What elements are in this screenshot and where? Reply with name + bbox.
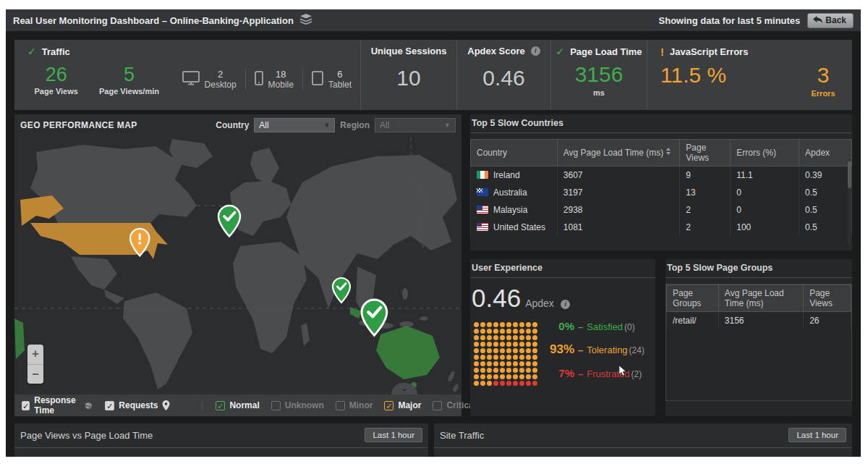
apdex-dot <box>526 381 531 386</box>
apdex-dot <box>480 361 485 366</box>
zoom-in-button[interactable]: + <box>27 345 43 364</box>
apdex-dot <box>474 361 479 366</box>
ux-apdex-info-icon[interactable]: i <box>561 300 570 309</box>
cell-load-time: 1081 <box>557 219 680 236</box>
scrollbar-thumb[interactable] <box>848 161 851 188</box>
apdex-dot-matrix <box>473 321 541 387</box>
checkbox-icon: ✓ <box>384 401 393 410</box>
segment-count: (2) <box>631 369 642 379</box>
apdex-dot <box>513 322 518 327</box>
severity-checkbox-major[interactable]: ✓Major <box>384 400 421 410</box>
severity-filter-group: ✓NormalUnknownMinor✓MajorCritical <box>202 400 476 410</box>
cell-apdex: 0.5 <box>799 184 852 201</box>
apdex-dot <box>506 348 511 353</box>
table-row[interactable]: Australia31971300.5 <box>471 184 852 201</box>
apdex-dot <box>474 329 479 334</box>
col-page-groups: Page Groups <box>667 285 719 312</box>
stats-strip: ✓Traffic 26 Page Views 5 Page Views/min … <box>14 40 852 110</box>
country-filter-label: Country <box>216 120 249 130</box>
map-pin-malaysia[interactable] <box>333 278 350 303</box>
apdex-dot <box>519 329 524 334</box>
col-avg-load-time[interactable]: Avg Page Load Time (ms) <box>557 140 680 166</box>
table-row[interactable]: Ireland3607911.10.39 <box>471 166 852 185</box>
globe-icon <box>85 400 93 411</box>
back-button[interactable]: Back <box>807 13 854 28</box>
apdex-dot <box>474 322 479 327</box>
response-time-checkbox[interactable]: ✓ Response Time <box>22 395 92 416</box>
apdex-dot <box>487 368 492 373</box>
layers-icon[interactable] <box>299 14 312 28</box>
apdex-dot <box>493 329 498 334</box>
world-map-svg <box>14 136 461 395</box>
table-row[interactable]: /retail/315626 <box>667 312 851 330</box>
map-pin-ireland[interactable] <box>218 206 240 237</box>
header-bar: Real User Monitoring Dashboard – Online-… <box>6 9 861 31</box>
col-avg-load-time: Avg Page Load Time (ms) <box>718 285 803 312</box>
apdex-info-icon[interactable]: i <box>531 46 540 56</box>
map-legend-bar: ✓ Response Time ✓ Requests ✓NormalUnknow… <box>14 395 461 416</box>
severity-checkbox-unknown[interactable]: Unknown <box>271 400 324 410</box>
cell-page-group: /retail/ <box>667 312 719 330</box>
cell-errors: 11.1 <box>731 166 799 185</box>
apdex-dot <box>487 329 492 334</box>
apdex-dot <box>474 374 479 379</box>
map-zoom-control: + − <box>27 345 43 384</box>
stat-page-load-time: ✓Page Load Time 3156 ms <box>550 40 647 110</box>
apdex-dot <box>532 368 537 373</box>
slow-page-groups-title: Top 5 Slow Page Groups <box>665 259 852 277</box>
segment-dash: – <box>578 345 583 355</box>
apdex-dot <box>474 335 479 340</box>
apdex-dot <box>493 355 498 360</box>
severity-label: Major <box>398 400 421 410</box>
apdex-dot <box>532 374 537 379</box>
us-flag-icon <box>477 223 488 231</box>
apdex-dot <box>474 342 479 347</box>
apdex-dot <box>487 348 492 353</box>
device-label: Tablet <box>328 80 352 90</box>
segment-tolerating: 93%–Tolerating(24) <box>544 342 654 357</box>
apdex-dot <box>480 329 485 334</box>
table-row[interactable]: Malaysia2938200.5 <box>471 201 852 219</box>
site-traffic-panel: Site Traffic Last 1 hour <box>434 423 852 457</box>
country-dropdown[interactable]: All▼ <box>254 118 335 132</box>
geo-map-title: GEO PERFORMANCE MAP <box>20 120 137 130</box>
apdex-dot <box>474 348 479 353</box>
cell-load-time: 2938 <box>557 201 680 219</box>
apdex-dot <box>532 381 537 386</box>
cell-errors: 0 <box>731 184 799 201</box>
apdex-dot <box>506 374 511 379</box>
checkbox-icon: ✓ <box>22 401 30 410</box>
col-country: Country <box>471 140 558 166</box>
apdex-dot <box>519 348 524 353</box>
apdex-dot <box>500 381 505 386</box>
apdex-dot <box>500 322 505 327</box>
severity-checkbox-normal[interactable]: ✓Normal <box>216 400 259 410</box>
device-mobile-text: 18Mobile <box>268 69 294 90</box>
world-map[interactable]: + − ⌄ <box>14 136 461 395</box>
device-desktop-text: 2Desktop <box>205 69 237 90</box>
apdex-dot <box>513 335 518 340</box>
segment-label: Tolerating <box>587 345 627 355</box>
apdex-dot <box>493 368 498 373</box>
ux-apdex-value: 0.46 <box>472 284 521 312</box>
zoom-out-button[interactable]: − <box>27 364 43 384</box>
right-time-range-button[interactable]: Last 1 hour <box>788 428 846 442</box>
table-scrollbar <box>848 159 851 245</box>
left-time-range-button[interactable]: Last 1 hour <box>365 428 422 442</box>
apdex-dot <box>506 329 511 334</box>
apdex-dot <box>506 342 511 347</box>
checkbox-icon <box>271 401 281 410</box>
severity-checkbox-minor[interactable]: Minor <box>336 400 373 410</box>
map-region-australia[interactable] <box>376 326 440 379</box>
chevron-down-icon: ▼ <box>444 122 451 129</box>
apdex-dot <box>480 381 485 386</box>
device-label: Desktop <box>205 80 237 90</box>
apdex-dot <box>526 368 531 373</box>
region-dropdown[interactable]: All▼ <box>375 118 456 132</box>
severity-label: Normal <box>229 400 259 410</box>
mouse-cursor <box>618 366 626 379</box>
table-row[interactable]: United States108121000.5 <box>471 219 852 236</box>
requests-checkbox[interactable]: ✓ Requests <box>105 400 170 410</box>
apdex-dot <box>532 342 537 347</box>
map-pin-australia[interactable] <box>362 300 387 335</box>
